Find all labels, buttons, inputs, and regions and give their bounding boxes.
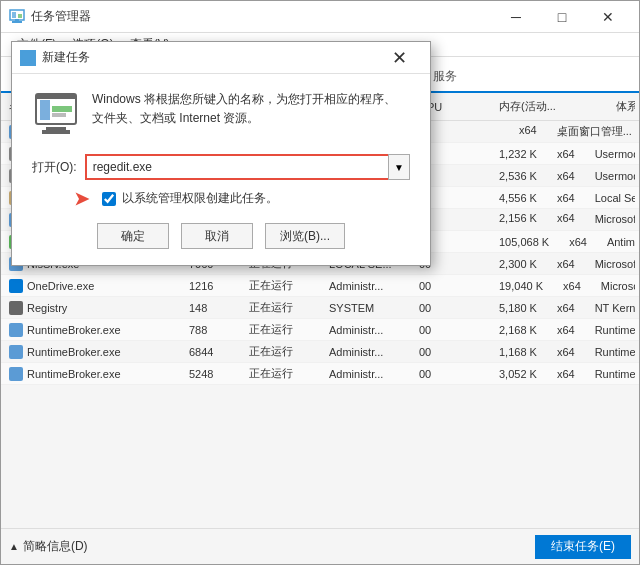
svg-rect-12: [40, 100, 50, 120]
dialog-header-icon: [32, 90, 80, 138]
dropdown-arrow[interactable]: ▼: [388, 154, 410, 180]
table-row[interactable]: OneDrive.exe 1216 正在运行 Administr... 00 1…: [1, 275, 639, 297]
close-button[interactable]: ✕: [585, 1, 631, 33]
chevron-down-icon: ▼: [394, 162, 404, 173]
admin-checkbox[interactable]: [102, 192, 116, 206]
table-row[interactable]: Registry 148 正在运行 SYSTEM 00 5,180 K x64 …: [1, 297, 639, 319]
end-task-button[interactable]: 结束任务(E): [535, 535, 631, 559]
window-controls: ─ □ ✕: [493, 1, 631, 33]
process-name: Registry: [5, 301, 185, 315]
svg-rect-9: [36, 94, 76, 99]
process-name: OneDrive.exe: [5, 279, 185, 293]
process-icon: [9, 323, 23, 337]
dialog-title: 新建任务: [42, 49, 376, 66]
dialog-input-wrapper: ▼: [85, 154, 410, 180]
chevron-up-icon: ▲: [9, 541, 19, 552]
svg-rect-13: [52, 106, 72, 112]
dialog-header: Windows 将根据您所键入的名称，为您打开相应的程序、 文件夹、文档或 In…: [32, 90, 410, 138]
dialog-input-row: 打开(O): ▼: [32, 154, 410, 180]
maximize-button[interactable]: □: [539, 1, 585, 33]
col-mem[interactable]: 内存(活动... 体系结构 描述: [495, 99, 635, 114]
table-row[interactable]: RuntimeBroker.exe 6844 正在运行 Administr...…: [1, 341, 639, 363]
title-bar-icon: [9, 9, 25, 25]
cancel-button[interactable]: 取消: [181, 223, 253, 249]
window-title: 任务管理器: [31, 8, 493, 25]
browse-button[interactable]: 浏览(B)...: [265, 223, 345, 249]
dialog-buttons: 确定 取消 浏览(B)...: [32, 223, 410, 249]
svg-rect-7: [26, 59, 30, 61]
dialog-open-input[interactable]: [85, 154, 410, 180]
table-row[interactable]: RuntimeBroker.exe 5248 正在运行 Administr...…: [1, 363, 639, 385]
red-arrow-indicator: ➤: [74, 188, 89, 210]
process-name: RuntimeBroker.exe: [5, 323, 185, 337]
process-icon: [9, 301, 23, 315]
collapse-info[interactable]: ▲ 简略信息(D): [9, 538, 88, 555]
process-name: RuntimeBroker.exe: [5, 367, 185, 381]
svg-rect-2: [15, 19, 19, 21]
admin-checkbox-label: 以系统管理权限创建此任务。: [122, 190, 278, 207]
dialog-title-bar: 新建任务 ✕: [12, 42, 430, 74]
svg-rect-3: [12, 12, 16, 18]
svg-rect-11: [42, 130, 70, 134]
process-icon: [9, 367, 23, 381]
minimize-button[interactable]: ─: [493, 1, 539, 33]
svg-rect-5: [22, 52, 34, 60]
table-row[interactable]: RuntimeBroker.exe 788 正在运行 Administr... …: [1, 319, 639, 341]
collapse-label: 简略信息(D): [23, 538, 88, 555]
dialog-icon: [20, 50, 36, 66]
new-task-dialog: 新建任务 ✕ Windows: [11, 41, 431, 266]
dialog-input-label: 打开(O):: [32, 159, 77, 176]
dialog-checkbox-row: ➤ 以系统管理权限创建此任务。: [102, 190, 410, 207]
process-icon: [9, 345, 23, 359]
svg-rect-14: [52, 113, 66, 117]
process-desc: 1,232 K x64 Usermode F...: [495, 148, 635, 160]
svg-rect-4: [18, 14, 22, 18]
title-bar: 任务管理器 ─ □ ✕: [1, 1, 639, 33]
svg-rect-10: [46, 127, 66, 130]
svg-rect-6: [24, 61, 32, 63]
dialog-description: Windows 将根据您所键入的名称，为您打开相应的程序、 文件夹、文档或 In…: [92, 90, 396, 128]
process-desc: x64 桌面窗口管理...: [495, 124, 635, 139]
status-bar: ▲ 简略信息(D) 结束任务(E): [1, 528, 639, 564]
task-manager-window: 任务管理器 ─ □ ✕ 文件(F) 选项(O) 查看(V) 进程 性能 应用历史…: [0, 0, 640, 565]
dialog-content: Windows 将根据您所键入的名称，为您打开相应的程序、 文件夹、文档或 In…: [12, 74, 430, 265]
arrow-icon: ➤: [74, 188, 89, 210]
dialog-close-button[interactable]: ✕: [376, 42, 422, 74]
process-name: RuntimeBroker.exe: [5, 345, 185, 359]
svg-rect-1: [12, 21, 22, 23]
process-icon: [9, 279, 23, 293]
ok-button[interactable]: 确定: [97, 223, 169, 249]
